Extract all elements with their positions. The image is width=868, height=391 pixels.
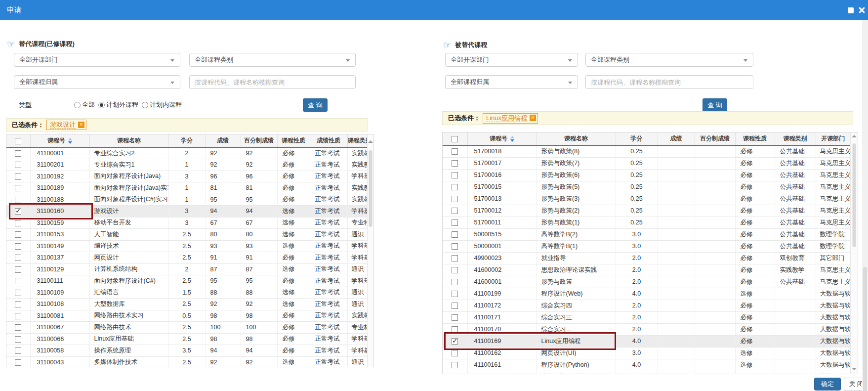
row-checkbox[interactable] — [452, 172, 458, 178]
table-row[interactable]: 51700017形势与政策(7)0.25必修公共基础马克思主义 — [443, 157, 850, 169]
table-row[interactable]: 31100159移动平台开发36767选修正常考试专业特色 — [6, 217, 367, 229]
left-table-scrollbar[interactable] — [367, 134, 373, 367]
select-all-checkbox[interactable] — [452, 136, 458, 142]
left-department-select[interactable]: 全部开课部门 — [14, 53, 180, 67]
table-row[interactable]: 50000515高等数学B(2)3.0必修公共基础数理学院 — [443, 228, 850, 240]
row-checkbox[interactable] — [15, 174, 21, 180]
row-checkbox[interactable] — [452, 350, 458, 356]
select-all-checkbox[interactable] — [15, 138, 21, 144]
sort-icon[interactable] — [510, 136, 514, 142]
row-checkbox[interactable] — [15, 266, 21, 273]
table-row[interactable]: 31100192面向对象程序设计(Java)39696必修正常考试学科基础 — [6, 171, 367, 182]
table-row[interactable]: 31100160游戏设计39494选修正常考试学科基础 — [6, 206, 367, 217]
scroll-up-icon[interactable] — [852, 135, 857, 137]
row-checkbox[interactable] — [15, 197, 21, 203]
row-checkbox[interactable] — [15, 301, 21, 307]
table-row[interactable]: 41100170综合实习二2.0必修大数据与软 — [443, 323, 850, 335]
row-checkbox[interactable] — [452, 219, 458, 226]
table-row[interactable]: 31100108大型数据库2.59292选修正常考试通识 — [6, 299, 367, 310]
row-checkbox[interactable] — [452, 279, 458, 285]
radio-option[interactable]: 计划内课程 — [142, 100, 182, 109]
scroll-down-icon[interactable] — [852, 368, 857, 370]
table-row[interactable]: 31100137网页设计2.59191必修正常考试学科基础 — [6, 252, 367, 264]
radio-icon[interactable] — [74, 102, 81, 108]
row-checkbox[interactable] — [15, 243, 21, 250]
scrollbar-thumb[interactable] — [853, 143, 856, 247]
radio-icon[interactable] — [98, 102, 105, 108]
table-row[interactable]: 31100153人工智能2.58080选修正常考试通识 — [6, 229, 367, 241]
row-checkbox[interactable] — [452, 184, 458, 190]
row-checkbox[interactable] — [15, 220, 21, 226]
row-checkbox[interactable] — [452, 338, 458, 345]
table-row[interactable]: 41100199程序设计(Web)4.0选修大数据与软 — [443, 288, 850, 300]
row-checkbox[interactable] — [452, 243, 458, 250]
table-row[interactable]: 41100161程序设计(Python)4.0选修大数据与软 — [443, 359, 850, 371]
table-row[interactable]: 41100001专业综合实习229292必修正常考试实践教学 — [6, 147, 367, 159]
table-row[interactable]: 49900023就业指导2.0必修双创教育其它部门 — [443, 252, 850, 264]
row-checkbox[interactable] — [452, 196, 458, 202]
sort-icon[interactable] — [68, 138, 72, 144]
row-checkbox[interactable] — [15, 150, 21, 157]
row-checkbox[interactable] — [15, 324, 21, 331]
row-checkbox[interactable] — [452, 267, 458, 273]
table-row[interactable]: 41100162网页设计(UI)3.0选修大数据与软 — [443, 347, 850, 359]
table-row[interactable]: 31100189面向对象程序设计(Java)实习18181必修正常考试实践教学 — [6, 182, 367, 194]
table-row[interactable]: 51700012形势与政策(2)0.25必修公共基础马克思主义 — [443, 205, 850, 217]
page-scrollbar-thumb[interactable] — [863, 267, 867, 391]
table-row[interactable]: 51700011形势与政策(1)0.25必修公共基础马克思主义 — [443, 217, 850, 228]
left-attribution-select[interactable]: 全部课程归属 — [14, 75, 180, 89]
table-row[interactable]: 31100081网络路由技术实习0.59898必修正常考试实践教学 — [6, 310, 367, 322]
row-checkbox[interactable] — [15, 231, 21, 238]
row-checkbox[interactable] — [452, 314, 458, 321]
row-checkbox[interactable] — [452, 255, 458, 261]
right-attribution-select[interactable]: 全部课程归属 — [445, 75, 578, 89]
row-checkbox[interactable] — [452, 326, 458, 333]
row-checkbox[interactable] — [452, 303, 458, 309]
table-row[interactable]: 31100201专业综合实习119292必修正常考试实践教学 — [6, 159, 367, 171]
row-checkbox[interactable] — [452, 208, 458, 214]
table-row[interactable]: 31100149编译技术2.59393选修正常考试学科基础 — [6, 240, 367, 252]
table-row[interactable]: 41100154大数据数据库技术3.0选修大数据与软 — [443, 371, 850, 374]
right-search-input[interactable] — [586, 76, 753, 88]
row-checkbox[interactable] — [15, 278, 21, 284]
radio-icon[interactable] — [142, 102, 148, 108]
left-category-select[interactable]: 全部课程类别 — [189, 53, 356, 67]
row-checkbox[interactable] — [15, 255, 21, 261]
radio-option[interactable]: 计划外课程 — [98, 100, 138, 109]
table-row[interactable]: 41100171综合实习三2.0必修大数据与软 — [443, 311, 850, 323]
row-checkbox[interactable] — [452, 160, 458, 167]
page-scrollbar[interactable] — [862, 20, 868, 391]
left-search-input[interactable] — [190, 76, 355, 88]
table-row[interactable]: 31100188面向对象程序设计(C#)实习19595必修正常考试实践教学 — [6, 194, 367, 206]
row-checkbox[interactable] — [15, 162, 21, 168]
table-row[interactable]: 41600002思想政治理论课实践2.0必修实践教学马克思主义 — [443, 264, 850, 276]
row-checkbox[interactable] — [15, 336, 21, 343]
table-row[interactable]: 41600001形势与政策2.0必修公共基础马克思主义 — [443, 276, 850, 288]
row-checkbox[interactable] — [452, 291, 458, 297]
table-row[interactable]: 51700013形势与政策(3)0.25必修公共基础马克思主义 — [443, 193, 850, 205]
remove-condition-icon[interactable] — [78, 122, 84, 128]
right-table-scrollbar[interactable] — [850, 132, 858, 374]
scrollbar-thumb[interactable] — [369, 150, 372, 227]
table-row[interactable]: 41100172综合实习四2.0必修大数据与软 — [443, 300, 850, 311]
row-checkbox[interactable] — [15, 359, 21, 366]
table-row[interactable]: 31100109汇编语言1.58888选修正常考试通识 — [6, 287, 367, 299]
row-checkbox[interactable] — [15, 313, 21, 319]
maximize-icon[interactable] — [848, 7, 854, 13]
table-row[interactable]: 51700018形势与政策(8)0.25必修公共基础马克思主义 — [443, 145, 850, 157]
row-checkbox[interactable] — [452, 231, 458, 238]
row-checkbox[interactable] — [15, 348, 21, 354]
right-category-select[interactable]: 全部课程类别 — [585, 53, 753, 67]
table-row[interactable]: 41100169Linux应用编程4.0必修大数据与软 — [443, 335, 850, 347]
table-row[interactable]: 31100058操作系统原理3.59494必修正常考试学科基础 — [6, 345, 367, 357]
row-checkbox[interactable] — [15, 185, 21, 191]
table-row[interactable]: 31100043多媒体制作技术2.59292选修正常考试通识 — [6, 356, 367, 367]
column-header[interactable]: 课程号 — [30, 134, 89, 147]
table-row[interactable]: 31100129计算机系统结构28787选修正常考试通识 — [6, 263, 367, 275]
table-row[interactable]: 51700015形势与政策(5)0.25必修公共基础马克思主义 — [443, 181, 850, 193]
table-row[interactable]: 31100111面向对象程序设计(C#)2.59595必修正常考试学科基础 — [6, 275, 367, 287]
column-header[interactable]: 课程号 — [467, 132, 537, 145]
table-row[interactable]: 31100067网络路由技术2.5100100必修正常考试专业核心 — [6, 322, 367, 334]
row-checkbox[interactable] — [15, 290, 21, 296]
row-checkbox[interactable] — [452, 148, 458, 155]
